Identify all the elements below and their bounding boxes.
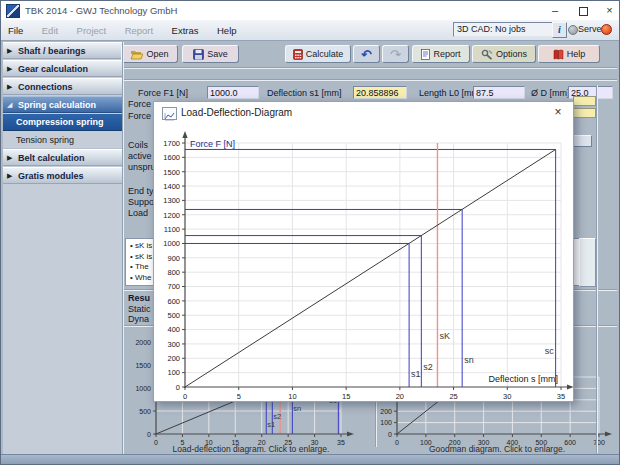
maximize-icon bbox=[579, 7, 588, 16]
close-button[interactable]: × bbox=[598, 1, 620, 20]
svg-text:Force F [N]: Force F [N] bbox=[190, 139, 235, 149]
sidebar-item-label: Tension spring bbox=[16, 135, 74, 145]
results-dynamic-line: Dyna bbox=[128, 314, 149, 324]
svg-text:sn: sn bbox=[293, 404, 301, 413]
redo-button[interactable]: ↷ bbox=[382, 45, 409, 63]
deflection-s1-input[interactable] bbox=[353, 86, 407, 99]
sidebar-item-tension-spring[interactable]: Tension spring bbox=[3, 132, 122, 149]
menu-edit[interactable]: Edit bbox=[35, 21, 65, 36]
svg-text:700: 700 bbox=[167, 282, 180, 291]
open-folder-icon bbox=[130, 49, 143, 60]
toolbar-separator bbox=[124, 67, 617, 69]
svg-text:30: 30 bbox=[503, 392, 511, 401]
menu-bar: File Edit Project Report Extras Help 3D … bbox=[1, 20, 619, 41]
sidebar-item-gear-calculation[interactable]: ▶ Gear calculation bbox=[3, 60, 122, 77]
svg-text:500: 500 bbox=[139, 408, 151, 415]
hidden-field-stub bbox=[573, 96, 596, 106]
load-deflection-chart: 0510152025303501002003004005006007008009… bbox=[154, 124, 573, 402]
svg-text:1700: 1700 bbox=[163, 139, 180, 148]
force-f1-input[interactable] bbox=[207, 86, 259, 99]
save-button[interactable]: Save bbox=[182, 45, 239, 63]
chevron-expanded-icon: ◢ bbox=[7, 97, 12, 113]
menu-help[interactable]: Help bbox=[210, 21, 244, 36]
sidebar-item-compression-spring[interactable]: Compression spring bbox=[3, 114, 122, 131]
deflection-s1-label: Deflection s1 [mm] bbox=[267, 87, 342, 99]
save-floppy-icon bbox=[193, 49, 204, 60]
sidebar-item-label: Gratis modules bbox=[18, 171, 84, 181]
sidebar-item-connections[interactable]: ▶ Connections bbox=[3, 78, 122, 95]
goodman-caption[interactable]: Goodman diagram. Click to enlarge. bbox=[379, 444, 615, 454]
svg-text:sn: sn bbox=[464, 355, 474, 365]
chevron-right-icon: ▶ bbox=[7, 168, 12, 184]
sidebar-item-belt-calculation[interactable]: ▶ Belt calculation bbox=[3, 149, 122, 166]
options-button[interactable]: Options bbox=[472, 45, 536, 63]
chevron-right-icon: ▶ bbox=[7, 43, 12, 59]
sidebar-item-shaft-bearings[interactable]: ▶ Shaft / bearings bbox=[3, 42, 122, 59]
form-separator bbox=[124, 79, 617, 81]
svg-text:200: 200 bbox=[380, 408, 392, 415]
maximize-button[interactable] bbox=[569, 1, 598, 20]
svg-text:1300: 1300 bbox=[163, 196, 180, 205]
load-deflection-caption[interactable]: Load-deflection diagram. Click to enlarg… bbox=[131, 444, 371, 454]
svg-text:sK: sK bbox=[439, 331, 450, 341]
cad-status-led bbox=[568, 25, 578, 35]
svg-text:5: 5 bbox=[237, 392, 241, 401]
redo-icon: ↷ bbox=[390, 47, 401, 62]
dialog-title-bar[interactable]: Load-Deflection-Diagram × bbox=[154, 102, 573, 124]
diameter-d-label: Ø D [mm] bbox=[531, 87, 570, 99]
svg-text:100: 100 bbox=[167, 368, 180, 377]
svg-text:200: 200 bbox=[167, 354, 180, 363]
length-l0-input[interactable] bbox=[473, 86, 525, 99]
svg-text:1000: 1000 bbox=[135, 385, 151, 392]
options-tools-icon bbox=[481, 49, 493, 60]
sidebar-item-label: Spring calculation bbox=[18, 100, 96, 110]
svg-text:1200: 1200 bbox=[163, 211, 180, 220]
chevron-right-icon: ▶ bbox=[7, 79, 12, 95]
svg-text:0: 0 bbox=[176, 383, 180, 392]
svg-text:900: 900 bbox=[167, 254, 180, 263]
svg-text:1600: 1600 bbox=[163, 153, 180, 162]
dialog-close-button[interactable]: × bbox=[547, 102, 569, 124]
sidebar-item-label: Compression spring bbox=[16, 117, 104, 127]
server-status-led bbox=[601, 24, 612, 35]
svg-text:2000: 2000 bbox=[135, 339, 151, 346]
open-button-label: Open bbox=[146, 49, 168, 59]
undo-button[interactable]: ↶ bbox=[353, 45, 380, 63]
results-static-line: Static bbox=[128, 304, 151, 314]
svg-text:1500: 1500 bbox=[135, 362, 151, 369]
sidebar-item-gratis-modules[interactable]: ▶ Gratis modules bbox=[3, 167, 122, 184]
calculate-button-label: Calculate bbox=[306, 49, 344, 59]
diagram-icon bbox=[162, 107, 177, 120]
title-bar[interactable]: TBK 2014 - GWJ Technology GmbH – × bbox=[1, 1, 619, 21]
menu-file[interactable]: File bbox=[1, 21, 30, 36]
svg-text:s2: s2 bbox=[273, 412, 281, 421]
calculator-icon bbox=[293, 49, 303, 60]
calculate-button[interactable]: Calculate bbox=[285, 45, 351, 63]
options-button-label: Options bbox=[496, 49, 527, 59]
sidebar-item-spring-calculation[interactable]: ◢ Spring calculation bbox=[3, 96, 122, 113]
svg-text:0: 0 bbox=[183, 392, 187, 401]
chevron-right-icon: ▶ bbox=[7, 150, 12, 166]
info-button[interactable]: i bbox=[552, 22, 567, 38]
menu-extras[interactable]: Extras bbox=[165, 21, 206, 36]
svg-text:600: 600 bbox=[167, 297, 180, 306]
help-button[interactable]: Help bbox=[538, 45, 600, 63]
status-bar bbox=[1, 454, 619, 465]
scrollbar-thumb[interactable] bbox=[579, 238, 596, 287]
menu-report[interactable]: Report bbox=[118, 21, 161, 36]
svg-text:s2: s2 bbox=[423, 362, 433, 372]
open-button[interactable]: Open bbox=[121, 45, 178, 63]
hidden-field-stub bbox=[573, 108, 596, 118]
menu-project[interactable]: Project bbox=[70, 21, 114, 36]
minimize-button[interactable]: – bbox=[541, 1, 569, 20]
undo-icon: ↶ bbox=[361, 47, 372, 62]
help-button-label: Help bbox=[567, 49, 586, 59]
sidebar-divider bbox=[122, 42, 124, 454]
bg-label-load: Load bbox=[128, 208, 148, 218]
report-button[interactable]: Report bbox=[412, 45, 470, 63]
report-document-icon bbox=[421, 49, 430, 60]
cad-status-field: 3D CAD: No jobs bbox=[453, 22, 554, 37]
svg-text:s1: s1 bbox=[267, 420, 275, 429]
svg-text:20: 20 bbox=[396, 392, 404, 401]
svg-text:800: 800 bbox=[167, 268, 180, 277]
